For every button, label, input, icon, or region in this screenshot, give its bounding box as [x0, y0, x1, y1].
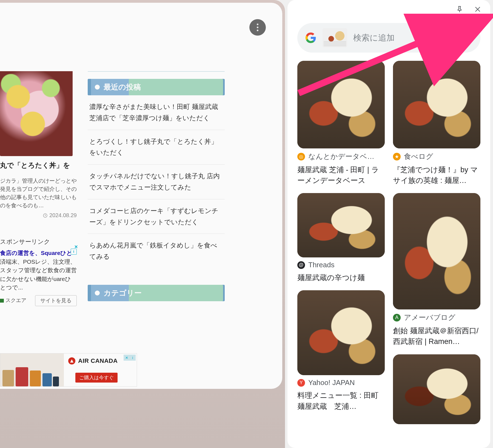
- sidebar-text-ad[interactable]: 食店の運営を、Squareひと ✕ i 済端末、POSレジ、注文理、スタッフ管理…: [0, 249, 77, 306]
- result-thumbnail: [393, 61, 480, 148]
- result-thumbnail: [393, 354, 480, 424]
- lens-search-placeholder: 検索に追加: [353, 32, 395, 44]
- bullet-icon: [95, 291, 100, 295]
- ad-favicon: [0, 299, 4, 303]
- article-date: 2024.08.29: [43, 212, 77, 219]
- lens-query-thumbnail: [323, 28, 347, 47]
- article-thumbnail: [0, 71, 73, 156]
- ad-close-icon[interactable]: ✕: [124, 355, 130, 361]
- lens-result-card[interactable]: A アメーバブログ 創始 麺屋武蔵＠新宿西口/西武新宿 | Ramen…: [393, 193, 480, 347]
- result-title: 『芝浦でつけ麺！』by マサイ族の英雄 : 麺屋…: [393, 165, 480, 186]
- lens-result-card[interactable]: ◎ なんとかデータベ… 麺屋武蔵 芝浦 - 田町 | ラーメンデータベース: [297, 61, 385, 186]
- blog-sidebar: 最近の投稿 濃厚な辛さがまた美味しい！田町 麺屋武蔵 芝浦店で「芝辛濃厚つけ麺」…: [88, 71, 225, 318]
- recent-posts-widget: 最近の投稿 濃厚な辛さがまた美味しい！田町 麺屋武蔵 芝浦店で「芝辛濃厚つけ麺」…: [88, 71, 225, 268]
- sponsor-heading: スポンサーリンク: [0, 238, 77, 246]
- result-source: Y Yahoo! JAPAN: [297, 378, 385, 387]
- favicon-icon: ◎: [297, 153, 305, 160]
- pin-icon[interactable]: [456, 5, 463, 14]
- result-title: 麺屋武蔵 芝浦 - 田町 | ラーメンデータベース: [297, 165, 385, 186]
- result-thumbnail: [297, 61, 385, 148]
- bullet-icon: [95, 85, 100, 90]
- article-title: 丸で「とろたく丼」を: [0, 160, 77, 170]
- lens-result-card[interactable]: [393, 354, 480, 424]
- result-thumbnail: [393, 193, 480, 309]
- ad-info-icon[interactable]: i: [71, 249, 77, 255]
- article-card[interactable]: 丸で「とろたく丼」を ジカラ」管理人のけーどっとや発見を当ブログで紹介し、その他…: [0, 71, 77, 306]
- banner-ad[interactable]: ✕ i AIR CANADA ご購入は今すぐ: [0, 353, 137, 387]
- result-source: A アメーバブログ: [393, 313, 480, 322]
- result-thumbnail: [297, 193, 385, 257]
- close-icon[interactable]: [474, 5, 481, 14]
- favicon-icon: Y: [297, 379, 305, 387]
- recent-post-item[interactable]: タッチパネルだけでない！すし銚子丸 店内でスマホでメニュー注文してみた: [88, 165, 225, 199]
- ad-body: 済端末、POSレジ、注文理、スタッフ管理など飲食の運営に欠かせない機能がuare…: [0, 257, 77, 292]
- widget-title-category: カテゴリー: [88, 285, 225, 301]
- ad-headline: 食店の運営を、Squareひと ✕ i: [0, 249, 77, 257]
- lens-results-grid: ◎ なんとかデータベ… 麺屋武蔵 芝浦 - 田町 | ラーメンデータベース @ …: [293, 61, 485, 424]
- banner-ad-brand: AIR CANADA: [68, 357, 132, 364]
- result-title: 料理メニュー一覧 : 田町 麺屋武蔵 芝浦…: [297, 390, 385, 412]
- page-background: 丸で「とろたく丼」を ジカラ」管理人のけーどっとや発見を当ブログで紹介し、その他…: [0, 0, 285, 448]
- result-source: ★ 食べログ: [393, 152, 480, 161]
- widget-divider: [88, 71, 225, 72]
- widget-title-recent: 最近の投稿: [88, 79, 225, 95]
- favicon-icon: A: [393, 314, 401, 321]
- overflow-menu-button[interactable]: [249, 19, 266, 36]
- category-widget: カテゴリー: [88, 285, 225, 301]
- lens-side-panel: 検索に追加 ◎ なんとかデータベ… 麺屋武蔵 芝浦 - 田町 | ラーメンデータ…: [287, 0, 490, 448]
- recent-post-item[interactable]: コメダコーヒ店のケーキ「すずむレモンチーズ」をドリンクセットでいただく: [88, 199, 225, 234]
- lens-search-pill[interactable]: 検索に追加: [297, 23, 480, 53]
- google-logo-icon: [305, 32, 317, 44]
- ad-cta-button[interactable]: サイトを見る: [35, 295, 77, 306]
- article-excerpt: ジカラ」管理人のけーどっとや発見を当ブログで紹介し、その他の記事も見ていただ味し…: [0, 177, 77, 209]
- lens-result-card[interactable]: Y Yahoo! JAPAN 料理メニュー一覧 : 田町 麺屋武蔵 芝浦…: [297, 290, 385, 412]
- result-title: 創始 麺屋武蔵＠新宿西口/西武新宿 | Ramen…: [393, 326, 480, 347]
- ad-info-icon[interactable]: i: [130, 355, 136, 361]
- lens-result-card[interactable]: @ Threads 麺屋武蔵の辛つけ麺: [297, 193, 385, 283]
- result-title: 麺屋武蔵の辛つけ麺: [297, 272, 385, 283]
- banner-ad-cta[interactable]: ご購入は今すぐ: [75, 373, 118, 383]
- ad-source: スクエア: [0, 297, 26, 305]
- recent-post-item[interactable]: 濃厚な辛さがまた美味しい！田町 麺屋武蔵 芝浦店で「芝辛濃厚つけ麺」をいただく: [88, 95, 225, 130]
- favicon-icon: ★: [393, 153, 401, 160]
- air-canada-logo-icon: [68, 357, 75, 364]
- clock-icon: [43, 213, 48, 218]
- result-source: ◎ なんとかデータベ…: [297, 152, 385, 161]
- blog-content-area: 丸で「とろたく丼」を ジカラ」管理人のけーどっとや発見を当ブログで紹介し、その他…: [0, 3, 282, 389]
- banner-ad-image: [0, 354, 64, 386]
- recent-post-item[interactable]: らあめん花月嵐で「鉄板イタめし」を食べてみる: [88, 234, 225, 268]
- recent-post-item[interactable]: とろづくし！すし銚子丸で「とろたく丼」をいただく: [88, 130, 225, 165]
- lens-panel-toolbar: [293, 4, 485, 16]
- lens-result-card[interactable]: ★ 食べログ 『芝浦でつけ麺！』by マサイ族の英雄 : 麺屋…: [393, 61, 480, 186]
- result-thumbnail: [297, 290, 385, 375]
- result-source: @ Threads: [297, 261, 385, 269]
- favicon-icon: @: [297, 261, 305, 269]
- recent-posts-list: 濃厚な辛さがまた美味しい！田町 麺屋武蔵 芝浦店で「芝辛濃厚つけ麺」をいただく …: [88, 95, 225, 268]
